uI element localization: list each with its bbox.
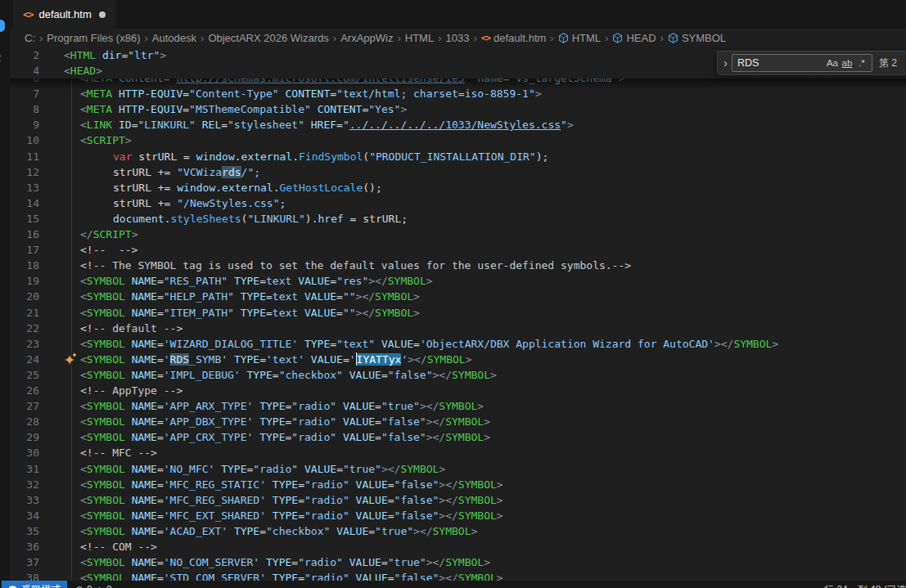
code-token: = <box>157 290 164 303</box>
code-line[interactable]: 8<META HTTP-EQUIV="MSThemeCompatible" CO… <box>10 101 906 117</box>
code-line[interactable]: 9<LINK ID="LINKURL" REL="stylesheet" HRE… <box>10 117 906 132</box>
code-token: "PRODUCT_INSTALLATION_DIR" <box>369 150 536 163</box>
code-line[interactable]: 23<SYMBOL NAME='WIZARD_DIALOG_TITLE' TYP… <box>10 336 906 352</box>
code-token: external <box>241 150 293 163</box>
code-line[interactable]: 21<SYMBOL NAME="ITEM_PATH" TYPE=text VAL… <box>10 305 906 321</box>
code-token: HEAD <box>70 65 96 77</box>
code-token <box>349 494 356 506</box>
code-token: "radio" <box>291 400 336 412</box>
code-token <box>125 494 132 506</box>
find-toggle-replace-icon[interactable]: › <box>719 56 732 70</box>
code-line[interactable]: 34<SYMBOL NAME='MFC_EXT_SHARED' TYPE="ra… <box>10 508 906 523</box>
code-token: document <box>113 213 165 225</box>
code-token: = <box>273 369 279 381</box>
code-token: <!-- --> <box>80 244 137 256</box>
code-token: = <box>381 369 388 381</box>
code-token: HTTP-EQUIV <box>119 103 183 115</box>
code-line[interactable]: 25<SYMBOL NAME='IMPL_DEBUG' TYPE="checkb… <box>10 367 906 383</box>
indent-guide <box>71 79 72 581</box>
code-token: SYMBOL <box>375 290 413 303</box>
code-token <box>259 556 266 568</box>
code-line[interactable]: 26<!-- AppType --> <box>10 383 906 398</box>
code-token <box>298 307 304 319</box>
code-token <box>125 400 132 412</box>
code-line[interactable]: 12strURL += "VCWizards/"; <box>10 164 906 180</box>
code-token: "true" <box>388 556 426 568</box>
code-token: = <box>336 307 343 319</box>
code-token: "text/html; charset=iso-8859-1" <box>336 88 535 100</box>
code-line[interactable]: 32<SYMBOL NAME='MFC_REG_STATIC' TYPE="ra… <box>10 477 906 492</box>
code-token <box>304 353 311 366</box>
code-line[interactable]: 37<SYMBOL NAME='NO_COM_SERVER' TYPE="rad… <box>10 554 906 570</box>
code-line[interactable]: 10<SCRIPT> <box>10 132 906 148</box>
code-line[interactable]: 19<SYMBOL NAME="RES_PATH" TYPE=text VALU… <box>10 273 906 289</box>
code-token: = <box>259 275 266 287</box>
code-token: . <box>215 182 222 194</box>
code-token: "checkbox" <box>279 369 343 381</box>
code-line[interactable]: 13strURL += window.external.GetHostLocal… <box>10 180 906 195</box>
code-line[interactable]: 20<SYMBOL NAME="HELP_PATH" TYPE=text VAL… <box>10 289 906 304</box>
code-token: TYPE <box>273 478 298 491</box>
code-token: "" <box>343 290 356 303</box>
code-token: "radio" <box>298 556 343 568</box>
code-line[interactable]: 35<SYMBOL NAME='ACAD_EXT' TYPE="checkbox… <box>10 523 906 539</box>
code-token: "RES_PATH" <box>164 275 228 287</box>
code-line[interactable]: 31<SYMBOL NAME='NO_MFC' TYPE="radio" VAL… <box>10 461 906 477</box>
code-token: SYMBOL <box>445 415 484 428</box>
code-token: > <box>471 525 478 537</box>
code-line[interactable]: 24<SYMBOL NAME='RDS_SYMB' TYPE='text' VA… <box>10 352 906 367</box>
code-line[interactable]: 22<!-- default --> <box>10 321 906 336</box>
code-token: < <box>80 290 87 303</box>
code-token: <!-- The SYMBOL tag is used to set the d… <box>80 259 631 272</box>
code-token: = <box>336 463 343 475</box>
code-line[interactable]: 33<SYMBOL NAME='MFC_REG_SHARED' TYPE="ra… <box>10 492 906 508</box>
code-token: = <box>330 88 336 100</box>
code-line[interactable]: 11var strURL = window.external.FindSymbo… <box>10 149 906 164</box>
code-line[interactable]: 30<!-- MFC --> <box>10 445 906 460</box>
copilot-sparkle-icon[interactable] <box>65 352 78 369</box>
code-text: <SYMBOL NAME='MFC_REG_SHARED' TYPE="radi… <box>64 492 503 508</box>
code-line[interactable]: 27<SYMBOL NAME='APP_ARX_TYPE' TYPE="radi… <box>10 398 906 414</box>
whole-word-icon[interactable]: ab <box>840 58 854 68</box>
code-line[interactable]: 17<!-- --> <box>10 242 906 258</box>
code-token: 'APP_CRX_TYPE' <box>164 431 254 443</box>
code-token: ></ <box>439 494 458 506</box>
code-line[interactable]: 36<!-- COM --> <box>10 539 906 554</box>
code-line[interactable]: 14strURL += "/NewStyles.css"; <box>10 195 906 211</box>
code-token <box>266 494 273 506</box>
restricted-mode-label: 受限模式 <box>21 583 61 588</box>
code-line[interactable]: 7<META HTTP-EQUIV="Content-Type" CONTENT… <box>10 86 906 101</box>
editor-code-area[interactable]: 6<META content="http://schemas.microsoft… <box>10 0 906 588</box>
code-token: TYPE <box>241 307 266 319</box>
code-token: = <box>157 369 164 381</box>
code-token: < <box>80 119 87 131</box>
line-number: 8 <box>10 101 39 117</box>
code-token: > <box>413 290 420 303</box>
cursor-position-indicator[interactable]: 行 24，列 48 (已选 <box>824 581 906 588</box>
code-token: ></ <box>426 415 445 428</box>
edge-line-number-fragment: 2 <box>0 50 2 65</box>
code-line[interactable]: 29<SYMBOL NAME='APP_CRX_TYPE' TYPE="radi… <box>10 429 906 445</box>
code-text: <!-- AppType --> <box>64 383 183 398</box>
regex-icon[interactable]: .* <box>854 58 869 68</box>
line-number: 32 <box>10 477 39 492</box>
code-token: SYMBOL <box>87 369 125 381</box>
code-line[interactable]: 16</SCRIPT> <box>10 227 906 242</box>
match-case-icon[interactable]: Aa <box>825 58 840 68</box>
code-line[interactable]: 15document.styleSheets("LINKURL").href =… <box>10 211 906 227</box>
code-text: <SYMBOL NAME='NO_MFC' TYPE="radio" VALUE… <box>64 461 445 477</box>
code-token: < <box>80 463 87 475</box>
code-token: NAME <box>132 400 157 412</box>
restricted-mode-badge[interactable]: 受限模式 <box>2 581 67 588</box>
code-line[interactable]: 28<SYMBOL NAME='APP_DBX_TYPE' TYPE="radi… <box>10 414 906 429</box>
code-token: < <box>64 65 70 77</box>
find-input[interactable] <box>737 57 825 69</box>
line-number: 22 <box>10 321 39 336</box>
code-token: ID <box>119 119 132 131</box>
problems-indicator[interactable]: ⊘ 0 △ 0 <box>75 584 112 588</box>
code-token: 'NO_COM_SERVER' <box>164 556 259 568</box>
code-token <box>298 290 304 303</box>
code-token <box>241 369 247 381</box>
code-line[interactable]: 18<!-- The SYMBOL tag is used to set the… <box>10 258 906 273</box>
code-token: META <box>87 103 112 115</box>
